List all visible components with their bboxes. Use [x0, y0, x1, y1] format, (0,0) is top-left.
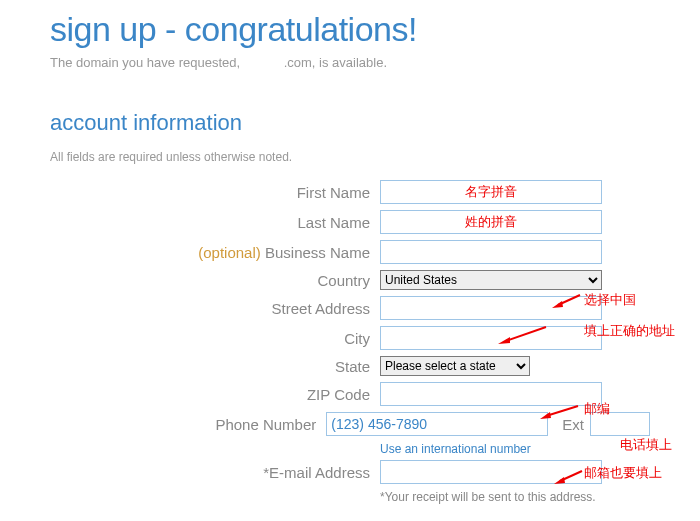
label-email: *E-mail Address [50, 464, 380, 481]
zip-input[interactable] [380, 382, 602, 406]
avail-suffix: .com, is available. [284, 55, 387, 70]
label-ext: Ext [562, 416, 584, 433]
label-city: City [50, 330, 380, 347]
domain-availability: The domain you have requested, .com, is … [50, 55, 650, 70]
label-state: State [50, 358, 380, 375]
avail-prefix: The domain you have requested, [50, 55, 244, 70]
last-name-input[interactable] [380, 210, 602, 234]
label-business-name-text: Business Name [265, 244, 370, 261]
annotation-zip: 邮编 [584, 400, 610, 418]
intl-phone-link[interactable]: Use an international number [380, 442, 650, 456]
label-first-name: First Name [50, 184, 380, 201]
email-receipt-note: *Your receipt will be sent to this addre… [380, 490, 650, 504]
section-title: account information [50, 110, 650, 136]
email-input[interactable] [380, 460, 602, 484]
city-input[interactable] [380, 326, 602, 350]
annotation-street: 填上正确的地址 [584, 322, 675, 340]
state-select[interactable]: Please select a state [380, 356, 530, 376]
first-name-input[interactable] [380, 180, 602, 204]
annotation-phone: 电话填上 [620, 436, 672, 454]
phone-input[interactable] [326, 412, 548, 436]
required-note: All fields are required unless otherwise… [50, 150, 650, 164]
label-phone: Phone Number [50, 416, 326, 433]
label-business-name: (optional) Business Name [50, 244, 380, 261]
label-street: Street Address [50, 300, 380, 317]
page-title: sign up - congratulations! [50, 10, 650, 49]
annotation-email: 邮箱也要填上 [584, 464, 662, 482]
street-input[interactable] [380, 296, 602, 320]
business-name-input[interactable] [380, 240, 602, 264]
domain-masked [244, 56, 284, 69]
label-last-name: Last Name [50, 214, 380, 231]
country-select[interactable]: United States [380, 270, 602, 290]
annotation-country: 选择中国 [584, 291, 636, 309]
label-country: Country [50, 272, 380, 289]
optional-tag: (optional) [198, 244, 265, 261]
label-zip: ZIP Code [50, 386, 380, 403]
